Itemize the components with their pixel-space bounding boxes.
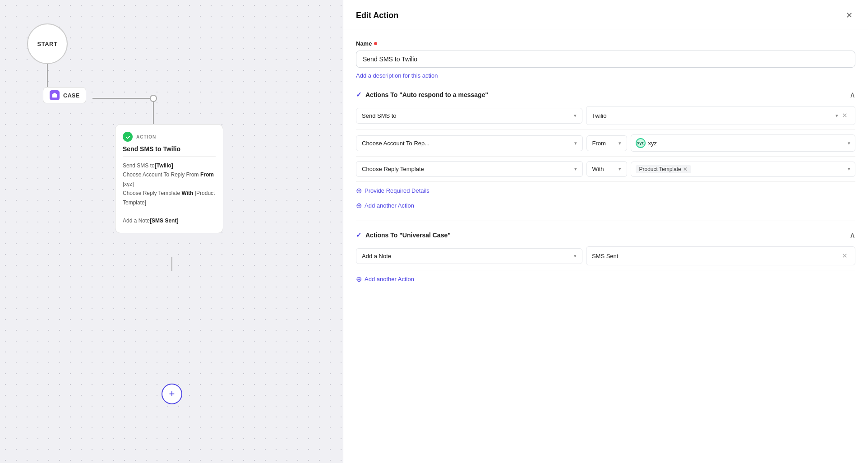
- section-header-auto-respond: ✓ Actions To "Auto respond to a message"…: [356, 90, 855, 100]
- svg-point-2: [150, 95, 157, 102]
- workflow-canvas: START CASE ACTION Send SMS to Twilio Sen…: [0, 0, 343, 463]
- section-universal-case: ✓ Actions To "Universal Case" ∧ Add a No…: [356, 230, 855, 283]
- action-name-input[interactable]: [356, 51, 855, 68]
- sms-sent-select[interactable]: SMS Sent ✕: [586, 246, 855, 265]
- plus-circle-icon: ⊕: [356, 275, 362, 283]
- with-select[interactable]: With ▾: [586, 161, 627, 177]
- twilio-select[interactable]: Twilio ▾ ✕: [586, 106, 855, 125]
- check-icon: ✓: [356, 91, 362, 99]
- product-template-field[interactable]: Product Template ✕ ▾: [631, 162, 856, 177]
- choose-template-select[interactable]: Choose Reply Template ▾: [356, 161, 583, 177]
- name-label: Name: [356, 40, 855, 47]
- section-auto-respond: ✓ Actions To "Auto respond to a message"…: [356, 90, 855, 210]
- chevron-down-icon: ▾: [574, 166, 577, 172]
- add-another-action-link-1[interactable]: ⊕ Add another Action: [356, 201, 855, 210]
- from-select[interactable]: From ▾: [586, 135, 627, 151]
- start-node: START: [27, 23, 68, 64]
- check-icon: ✓: [356, 231, 362, 239]
- case-node[interactable]: CASE: [43, 87, 86, 103]
- case-label: CASE: [63, 92, 79, 99]
- case-icon: [50, 90, 60, 100]
- chevron-down-icon: ▾: [619, 140, 621, 146]
- chevron-down-icon: ▾: [836, 113, 838, 119]
- action-header: ACTION: [123, 132, 216, 142]
- close-button[interactable]: ✕: [843, 9, 855, 22]
- chevron-down-icon: ▾: [574, 253, 577, 259]
- collapse-button-universal[interactable]: ∧: [850, 230, 855, 240]
- action-node[interactable]: ACTION Send SMS to Twilio Send SMS to[Tw…: [115, 124, 223, 233]
- avatar: xyz: [636, 138, 646, 148]
- panel-title: Edit Action: [356, 11, 398, 20]
- section-title-auto-respond: ✓ Actions To "Auto respond to a message": [356, 91, 488, 99]
- product-template-tag: Product Template ✕: [636, 165, 691, 173]
- choose-account-row: Choose Account To Rep... ▾ From ▾ xyz xy…: [356, 134, 855, 157]
- action-icon: [123, 132, 133, 142]
- sms-sent-remove-button[interactable]: ✕: [840, 251, 850, 261]
- product-template-remove[interactable]: ✕: [683, 166, 688, 172]
- panel-body: Name Add a description for this action ✓…: [343, 29, 868, 463]
- required-indicator: [374, 42, 377, 45]
- chevron-down-icon: ▾: [574, 113, 577, 119]
- action-node-title: Send SMS to Twilio: [123, 145, 216, 157]
- panel-header: Edit Action ✕: [343, 0, 868, 29]
- twilio-remove-button[interactable]: ✕: [840, 111, 850, 120]
- plus-circle-icon: ⊕: [356, 186, 362, 195]
- action-type-label: ACTION: [136, 134, 156, 139]
- edit-action-panel: Edit Action ✕ Name Add a description for…: [343, 0, 868, 463]
- action-detail-2: Choose Account To Reply From From [xyz]: [123, 170, 216, 189]
- send-sms-row: Send SMS to ▾ Twilio ▾ ✕: [356, 106, 855, 130]
- provide-required-details-link[interactable]: ⊕ Provide Required Details: [356, 186, 855, 195]
- chevron-down-icon: ▾: [574, 140, 577, 146]
- add-step-button[interactable]: +: [162, 384, 182, 404]
- section-divider: [356, 221, 855, 221]
- add-note-row: Add a Note ▾ SMS Sent ✕: [356, 246, 855, 270]
- chevron-down-icon: ▾: [848, 166, 850, 172]
- send-sms-select[interactable]: Send SMS to ▾: [356, 108, 582, 124]
- section-header-universal: ✓ Actions To "Universal Case" ∧: [356, 230, 855, 240]
- chevron-down-icon: ▾: [619, 166, 621, 172]
- collapse-button-auto-respond[interactable]: ∧: [850, 90, 855, 100]
- section-title-universal: ✓ Actions To "Universal Case": [356, 231, 451, 239]
- choose-account-select[interactable]: Choose Account To Rep... ▾: [356, 135, 583, 151]
- action-details: Send SMS to[Twilio] Choose Account To Re…: [123, 161, 216, 226]
- action-detail-4: Add a Note[SMS Sent]: [123, 216, 216, 225]
- choose-template-row: Choose Reply Template ▾ With ▾ Product T…: [356, 161, 855, 182]
- xyz-field[interactable]: xyz xyz ▾: [631, 134, 856, 152]
- plus-circle-icon: ⊕: [356, 201, 362, 210]
- action-detail-3: Choose Reply Template With [Product Temp…: [123, 189, 216, 207]
- svg-rect-7: [52, 94, 57, 97]
- add-note-select[interactable]: Add a Note ▾: [356, 248, 582, 264]
- add-another-action-link-2[interactable]: ⊕ Add another Action: [356, 275, 855, 283]
- add-description-link[interactable]: Add a description for this action: [356, 72, 855, 79]
- chevron-down-icon: ▾: [848, 140, 850, 146]
- action-detail-1: Send SMS to[Twilio]: [123, 161, 216, 170]
